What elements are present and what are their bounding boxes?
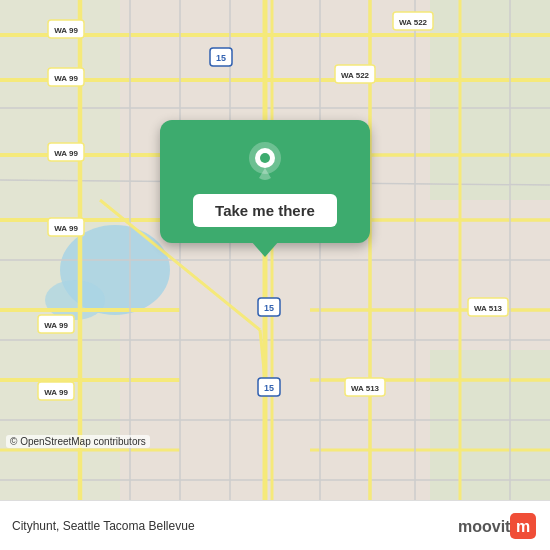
osm-attribution: © OpenStreetMap contributors — [6, 435, 150, 448]
popup-card: Take me there — [160, 120, 370, 243]
svg-text:WA 513: WA 513 — [351, 384, 380, 393]
svg-text:WA 99: WA 99 — [54, 224, 78, 233]
svg-text:WA 522: WA 522 — [399, 18, 428, 27]
svg-point-5 — [45, 280, 105, 320]
svg-rect-3 — [430, 350, 550, 500]
svg-text:WA 99: WA 99 — [54, 149, 78, 158]
svg-text:WA 99: WA 99 — [44, 388, 68, 397]
svg-text:15: 15 — [264, 383, 274, 393]
svg-text:15: 15 — [264, 303, 274, 313]
location-pin-icon — [243, 140, 287, 184]
svg-text:WA 99: WA 99 — [54, 26, 78, 35]
svg-text:WA 99: WA 99 — [54, 74, 78, 83]
svg-text:m: m — [516, 518, 530, 535]
svg-rect-2 — [430, 0, 550, 200]
moovit-logo-svg: m moovit — [458, 511, 538, 541]
bottom-bar: Cityhunt, Seattle Tacoma Bellevue m moov… — [0, 500, 550, 550]
moovit-logo: m moovit — [458, 511, 538, 541]
svg-text:WA 99: WA 99 — [44, 321, 68, 330]
svg-text:WA 513: WA 513 — [474, 304, 503, 313]
svg-text:moovit: moovit — [458, 518, 511, 535]
take-me-there-button[interactable]: Take me there — [193, 194, 337, 227]
svg-text:WA 522: WA 522 — [341, 71, 370, 80]
map-container: WA 99 WA 522 WA 99 WA 522 15 WA 99 WA 99… — [0, 0, 550, 500]
bottom-bar-left: Cityhunt, Seattle Tacoma Bellevue — [12, 519, 195, 533]
app-name-label: Cityhunt, Seattle Tacoma Bellevue — [12, 519, 195, 533]
svg-text:15: 15 — [216, 53, 226, 63]
svg-point-65 — [260, 153, 270, 163]
